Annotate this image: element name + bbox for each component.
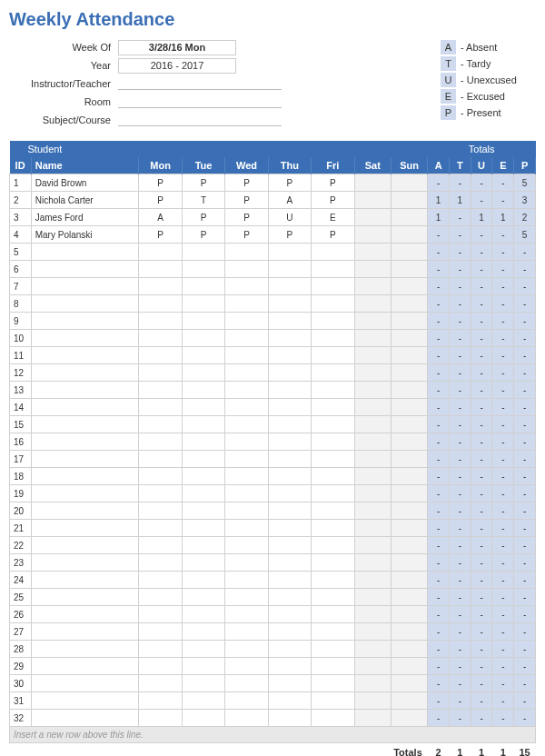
cell-name[interactable] [31, 347, 139, 364]
cell-day[interactable] [312, 537, 354, 554]
cell-day[interactable] [354, 295, 391, 313]
cell-day[interactable] [391, 347, 427, 364]
cell-day[interactable] [268, 244, 311, 261]
cell-day[interactable] [391, 261, 427, 278]
cell-day[interactable] [354, 589, 391, 606]
cell-day[interactable] [354, 330, 391, 347]
instructor-input[interactable] [118, 77, 282, 90]
cell-day[interactable] [391, 502, 427, 520]
cell-day[interactable] [182, 606, 224, 623]
cell-day[interactable] [225, 623, 268, 641]
cell-day[interactable] [312, 364, 354, 382]
subject-input[interactable] [118, 114, 282, 126]
cell-day[interactable] [354, 451, 391, 468]
cell-day[interactable] [268, 278, 311, 295]
cell-day[interactable] [268, 330, 311, 347]
cell-day[interactable] [391, 485, 427, 502]
cell-day[interactable] [312, 313, 354, 330]
cell-day[interactable] [225, 537, 268, 554]
cell-day[interactable] [354, 433, 391, 451]
cell-day[interactable] [391, 364, 427, 382]
cell-day[interactable] [182, 623, 224, 641]
cell-day[interactable]: P [225, 226, 268, 244]
cell-day[interactable] [312, 261, 354, 278]
cell-day[interactable]: P [139, 192, 182, 209]
cell-day[interactable] [182, 433, 224, 451]
cell-day[interactable] [139, 382, 182, 399]
cell-day[interactable] [312, 710, 354, 727]
cell-day[interactable] [268, 433, 311, 451]
cell-day[interactable] [268, 468, 311, 485]
cell-name[interactable] [31, 330, 139, 347]
cell-day[interactable] [354, 692, 391, 710]
cell-name[interactable] [31, 537, 139, 554]
cell-id[interactable]: 11 [10, 347, 32, 364]
cell-day[interactable]: P [225, 192, 268, 209]
cell-id[interactable]: 5 [10, 244, 32, 261]
cell-day[interactable] [225, 261, 268, 278]
cell-day[interactable]: P [312, 226, 354, 244]
cell-day[interactable] [312, 572, 354, 589]
cell-day[interactable] [268, 416, 311, 433]
cell-day[interactable] [225, 313, 268, 330]
cell-day[interactable] [354, 468, 391, 485]
cell-id[interactable]: 28 [10, 641, 32, 658]
cell-day[interactable] [139, 295, 182, 313]
cell-day[interactable] [354, 399, 391, 416]
cell-day[interactable] [354, 174, 391, 192]
cell-name[interactable] [31, 261, 139, 278]
cell-day[interactable] [354, 606, 391, 623]
cell-day[interactable] [139, 658, 182, 675]
cell-day[interactable]: A [268, 192, 311, 209]
cell-day[interactable]: U [268, 209, 311, 226]
cell-id[interactable]: 24 [10, 572, 32, 589]
cell-id[interactable]: 8 [10, 295, 32, 313]
cell-name[interactable] [31, 675, 139, 692]
cell-day[interactable] [182, 658, 224, 675]
cell-day[interactable]: P [268, 174, 311, 192]
cell-day[interactable] [139, 261, 182, 278]
cell-day[interactable] [391, 537, 427, 554]
cell-day[interactable] [354, 364, 391, 382]
cell-day[interactable] [391, 399, 427, 416]
cell-id[interactable]: 4 [10, 226, 32, 244]
cell-day[interactable] [225, 502, 268, 520]
cell-id[interactable]: 9 [10, 313, 32, 330]
cell-name[interactable] [31, 589, 139, 606]
cell-day[interactable] [139, 554, 182, 572]
cell-id[interactable]: 29 [10, 658, 32, 675]
cell-day[interactable] [312, 347, 354, 364]
cell-day[interactable] [225, 347, 268, 364]
cell-day[interactable] [312, 658, 354, 675]
room-input[interactable] [118, 95, 282, 108]
cell-name[interactable] [31, 364, 139, 382]
cell-day[interactable] [139, 416, 182, 433]
cell-day[interactable] [139, 330, 182, 347]
cell-day[interactable] [354, 502, 391, 520]
cell-day[interactable] [268, 710, 311, 727]
cell-day[interactable] [354, 347, 391, 364]
cell-day[interactable] [268, 295, 311, 313]
cell-day[interactable] [391, 623, 427, 641]
cell-day[interactable] [268, 502, 311, 520]
cell-day[interactable] [312, 641, 354, 658]
cell-day[interactable]: P [225, 174, 268, 192]
cell-day[interactable] [312, 675, 354, 692]
cell-day[interactable] [182, 554, 224, 572]
cell-day[interactable] [139, 710, 182, 727]
cell-day[interactable]: P [268, 226, 311, 244]
cell-id[interactable]: 30 [10, 675, 32, 692]
cell-name[interactable]: David Brown [31, 174, 139, 192]
cell-day[interactable] [391, 209, 427, 226]
cell-day[interactable] [268, 347, 311, 364]
cell-name[interactable] [31, 692, 139, 710]
cell-name[interactable] [31, 433, 139, 451]
cell-id[interactable]: 32 [10, 710, 32, 727]
cell-day[interactable]: P [225, 209, 268, 226]
cell-day[interactable] [391, 572, 427, 589]
cell-day[interactable] [225, 468, 268, 485]
cell-day[interactable] [312, 502, 354, 520]
cell-id[interactable]: 25 [10, 589, 32, 606]
cell-day[interactable] [391, 675, 427, 692]
cell-day[interactable] [312, 433, 354, 451]
